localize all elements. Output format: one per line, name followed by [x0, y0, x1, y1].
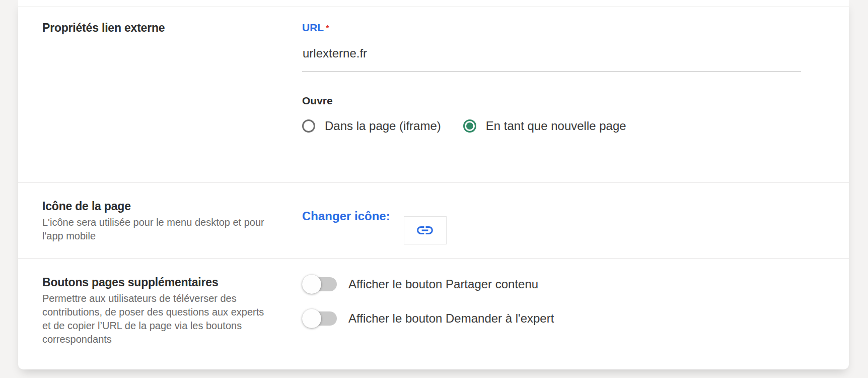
- section-external-link-properties: Propriétés lien externe URL* Ouvre Dans …: [18, 7, 849, 183]
- toggle-thumb-icon: [302, 275, 321, 294]
- page-icon-right-column: Changer icône:: [302, 183, 849, 258]
- page-icon-section-description: L'icône sera utilisée pour le menu deskt…: [42, 216, 266, 243]
- settings-card: Propriétés lien externe URL* Ouvre Dans …: [18, 0, 849, 369]
- radio-option-new-page[interactable]: En tant que nouvelle page: [463, 119, 626, 133]
- radio-option-label: Dans la page (iframe): [325, 119, 441, 133]
- link-icon: [415, 221, 435, 240]
- toggle-row-share-content: Afficher le bouton Partager contenu: [302, 275, 849, 294]
- share-content-toggle-label: Afficher le bouton Partager contenu: [348, 277, 538, 291]
- radio-icon[interactable]: [463, 119, 476, 133]
- radio-option-label: En tant que nouvelle page: [486, 119, 626, 133]
- url-field-label-row: URL*: [302, 22, 849, 34]
- extra-buttons-section-description: Permettre aux utilisateurs de téléverser…: [42, 292, 266, 346]
- extra-buttons-section-title: Boutons pages supplémentaires: [42, 275, 289, 289]
- ask-expert-toggle[interactable]: [302, 309, 337, 328]
- toggle-row-ask-expert: Afficher le bouton Demander à l'expert: [302, 309, 849, 328]
- page-icon-section-title: Icône de la page: [42, 199, 289, 213]
- extra-buttons-left-column: Boutons pages supplémentaires Permettre …: [42, 259, 302, 369]
- required-asterisk: *: [326, 24, 329, 33]
- share-content-toggle[interactable]: [302, 275, 337, 294]
- section-extra-buttons: Boutons pages supplémentaires Permettre …: [18, 259, 849, 369]
- url-field-label: URL: [302, 22, 324, 33]
- radio-icon[interactable]: [302, 119, 315, 133]
- url-input[interactable]: [302, 46, 801, 72]
- toggle-thumb-icon: [302, 309, 321, 328]
- previous-section-edge: [18, 0, 849, 7]
- change-icon-label: Changer icône:: [302, 202, 390, 230]
- section-page-icon: Icône de la page L'icône sera utilisée p…: [18, 183, 849, 259]
- ask-expert-toggle-label: Afficher le bouton Demander à l'expert: [348, 311, 554, 326]
- open-mode-radio-group: Dans la page (iframe) En tant que nouvel…: [302, 119, 849, 133]
- page-icon-left-column: Icône de la page L'icône sera utilisée p…: [42, 183, 302, 258]
- external-link-right-column: URL* Ouvre Dans la page (iframe) En tant…: [302, 7, 849, 182]
- external-link-section-title: Propriétés lien externe: [42, 21, 289, 35]
- extra-buttons-right-column: Afficher le bouton Partager contenu Affi…: [302, 259, 849, 369]
- open-mode-group-label: Ouvre: [302, 95, 849, 107]
- external-link-left-column: Propriétés lien externe: [42, 7, 302, 182]
- change-icon-button[interactable]: [404, 216, 447, 244]
- radio-option-iframe[interactable]: Dans la page (iframe): [302, 119, 441, 133]
